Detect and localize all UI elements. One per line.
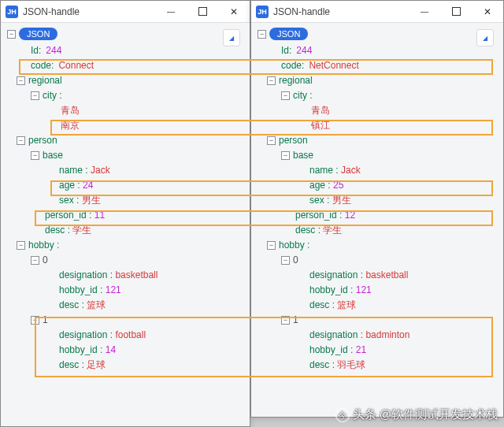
hobby-label: hobby :	[28, 238, 59, 253]
city-1: 南京	[59, 118, 80, 133]
city-0: 青岛	[309, 103, 330, 118]
tree-right: Id :244 code :NetConnect −regional −city…	[253, 43, 498, 373]
regional-label: regional	[28, 73, 62, 88]
toggle-h0[interactable]: −	[31, 256, 39, 265]
tree-left: Id :244 code :Connect −regional −city : …	[2, 43, 245, 373]
h0-index: 0	[293, 253, 298, 268]
h0-id: 121	[356, 283, 372, 298]
person-label: person	[279, 133, 308, 148]
toggle-hobby[interactable]: −	[267, 241, 276, 250]
toggle-person[interactable]: −	[267, 136, 276, 145]
json-panel-right: − JSON ◢ Id :244 code :NetConnect −regio…	[251, 23, 503, 417]
h0-desig: basketball	[115, 268, 158, 283]
toggle-base[interactable]: −	[31, 151, 39, 160]
id-value: 244	[46, 43, 61, 58]
root-badge: JSON	[269, 28, 308, 40]
h1-desig: badminton	[365, 328, 410, 343]
code-value: Connect	[58, 58, 94, 73]
json-panel-left: − JSON ◢ Id :244 code :Connect −regional…	[1, 23, 250, 426]
toggle-person[interactable]: −	[17, 136, 25, 145]
sex-value: 男生	[332, 193, 351, 208]
h1-id: 21	[356, 343, 366, 358]
titlebar-right[interactable]: JH JSON-handle	[251, 1, 503, 23]
toggle-h0[interactable]: −	[281, 256, 290, 265]
h1-id: 14	[106, 343, 116, 358]
name-value: Jack	[91, 163, 110, 178]
person-label: person	[28, 133, 57, 148]
window-title: JSON-handle	[273, 6, 409, 17]
age-value: 25	[333, 178, 343, 193]
h0-index: 0	[43, 253, 48, 268]
toggle-h1[interactable]: −	[281, 316, 290, 325]
toggle-root[interactable]: −	[7, 30, 16, 39]
hobby-label: hobby :	[279, 238, 309, 253]
code-value: NetConnect	[309, 58, 358, 73]
watermark-icon: 今	[335, 408, 350, 422]
base-label: base	[293, 148, 313, 163]
sex-value: 男生	[82, 193, 101, 208]
city-label: city :	[293, 88, 313, 103]
name-value: Jack	[341, 163, 361, 178]
minimize-button[interactable]	[409, 1, 440, 23]
city-1: 镇江	[309, 118, 330, 133]
app-icon: JH	[256, 6, 269, 18]
h1-index: 1	[43, 313, 48, 328]
base-label: base	[43, 148, 63, 163]
age-value: 24	[83, 178, 93, 193]
id-value: 244	[296, 43, 312, 58]
toggle-hobby[interactable]: −	[17, 241, 25, 250]
toggle-city[interactable]: −	[281, 91, 290, 100]
h0-desc: 篮球	[337, 298, 356, 313]
person-id-value: 11	[94, 208, 105, 223]
h0-desig: basketball	[365, 268, 408, 283]
toggle-city[interactable]: −	[31, 91, 39, 100]
window-title: JSON-handle	[23, 6, 155, 17]
h1-desc: 羽毛球	[337, 358, 365, 373]
titlebar-left[interactable]: JH JSON-handle	[1, 1, 250, 23]
watermark: 今头条 @软件测试开发技术栈	[335, 407, 498, 423]
toggle-base[interactable]: −	[281, 151, 290, 160]
root-badge: JSON	[19, 28, 57, 40]
close-button[interactable]	[218, 1, 250, 23]
h1-desc: 足球	[87, 358, 106, 373]
h0-id: 121	[106, 283, 121, 298]
window-left: JH JSON-handle − JSON ◢ Id :244 code :Co…	[0, 0, 250, 427]
minimize-button[interactable]	[155, 1, 187, 23]
desc-value: 学生	[72, 223, 91, 238]
maximize-button[interactable]	[440, 1, 472, 23]
h0-desc: 篮球	[87, 298, 106, 313]
person-id-value: 12	[345, 208, 355, 223]
maximize-button[interactable]	[187, 1, 218, 23]
city-0: 青岛	[59, 103, 80, 118]
toggle-regional[interactable]: −	[267, 76, 276, 85]
toggle-h1[interactable]: −	[31, 316, 39, 325]
h1-desig: football	[115, 328, 146, 343]
toggle-root[interactable]: −	[258, 30, 266, 39]
regional-label: regional	[279, 73, 313, 88]
app-icon: JH	[6, 6, 18, 18]
toggle-regional[interactable]: −	[17, 76, 25, 85]
h1-index: 1	[293, 313, 298, 328]
city-label: city :	[43, 88, 62, 103]
close-button[interactable]	[472, 1, 503, 23]
desc-value: 学生	[323, 223, 342, 238]
window-right: JH JSON-handle − JSON ◢ Id :244 code :Ne…	[250, 0, 504, 418]
